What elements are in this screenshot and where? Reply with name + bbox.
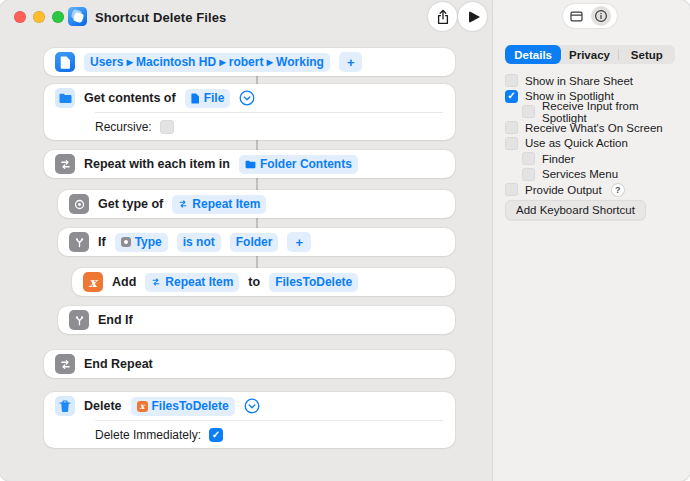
window-title: Shortcut Delete Files <box>95 10 226 25</box>
repeat-icon <box>151 277 161 287</box>
action-get-type[interactable]: Get type of Repeat Item <box>58 190 455 218</box>
if-operator-token[interactable]: is not <box>177 233 221 252</box>
checkbox[interactable] <box>522 168 535 181</box>
flow-connector <box>256 256 258 268</box>
share-icon <box>436 9 450 25</box>
add-keyboard-shortcut-button[interactable]: Add Keyboard Shortcut <box>505 200 646 220</box>
checkbox[interactable] <box>505 121 518 134</box>
tab-details[interactable]: Details <box>505 45 561 64</box>
get-type-icon <box>69 194 89 214</box>
inspector-toggle-group <box>563 4 617 28</box>
delete-immediately-label: Delete Immediately: <box>95 428 201 442</box>
details-options: Show in Share Sheet Show in Spotlight Re… <box>505 73 683 198</box>
action-add-to-variable[interactable]: x Add Repeat Item to FilesToDelete <box>72 268 455 296</box>
variable-name-token[interactable]: FilesToDelete <box>269 273 358 292</box>
shortcuts-window: Shortcut Delete Files Users ▸ Macintosh … <box>0 0 690 481</box>
file-variable-token[interactable]: File <box>185 89 231 108</box>
action-end-if[interactable]: End If <box>58 306 455 334</box>
repeat-item-token[interactable]: Repeat Item <box>145 273 239 292</box>
action-end-repeat[interactable]: End Repeat <box>44 350 455 378</box>
shortcuts-app-icon <box>68 7 87 26</box>
action-repeat[interactable]: Repeat with each item in Folder Contents <box>44 150 455 178</box>
share-button[interactable] <box>428 2 457 31</box>
variable-icon: x <box>83 272 103 292</box>
files-to-delete-token[interactable]: x FilesToDelete <box>131 397 235 416</box>
option-receive-input-from-spotlight: Receive Input from Spotlight <box>505 104 683 120</box>
checkbox[interactable] <box>505 137 518 150</box>
flow-connector <box>256 140 258 150</box>
action-label: Get type of <box>98 197 163 211</box>
branch-icon <box>69 310 89 330</box>
if-comparison-token[interactable]: Folder <box>230 233 279 252</box>
tab-privacy[interactable]: Privacy <box>561 45 617 64</box>
option-use-as-quick-action: Use as Quick Action <box>505 135 683 151</box>
folder-icon <box>245 160 256 169</box>
add-condition-button[interactable]: + <box>287 232 311 252</box>
checkbox[interactable] <box>505 183 518 196</box>
checkbox[interactable] <box>522 105 535 118</box>
document-icon <box>191 93 200 104</box>
option-services-menu: Services Menu <box>505 167 683 183</box>
add-path-component-button[interactable]: + <box>339 52 363 72</box>
checkbox[interactable] <box>505 74 518 87</box>
flow-connector <box>256 218 258 228</box>
repeat-icon <box>55 154 75 174</box>
action-get-contents[interactable]: Get contents of File Recursive: <box>44 84 455 140</box>
branch-icon <box>69 232 89 252</box>
option-label: Use as Quick Action <box>525 137 628 149</box>
option-label: Show in Share Sheet <box>525 75 633 87</box>
delete-immediately-checkbox[interactable] <box>209 428 223 442</box>
info-icon[interactable] <box>591 6 611 26</box>
action-label: Delete <box>84 399 122 413</box>
option-label: Services Menu <box>542 168 618 180</box>
option-receive-whats-on-screen: Receive What's On Screen <box>505 120 683 136</box>
option-label: Finder <box>542 153 575 165</box>
action-label: End Repeat <box>84 357 153 371</box>
help-icon[interactable]: ? <box>611 183 625 197</box>
content-box-icon[interactable] <box>569 9 584 23</box>
action-label: End If <box>98 313 133 327</box>
checkbox[interactable] <box>522 152 535 165</box>
play-icon <box>469 11 480 23</box>
action-label: Repeat with each item in <box>84 157 230 171</box>
action-if[interactable]: If Type is not Folder + <box>58 228 455 256</box>
recursive-label: Recursive: <box>95 120 152 134</box>
editor-canvas: Shortcut Delete Files Users ▸ Macintosh … <box>0 0 492 481</box>
folder-icon <box>55 88 75 108</box>
action-label: Add <box>112 275 136 289</box>
zoom-window-button[interactable] <box>52 11 64 23</box>
action-label: If <box>98 235 106 249</box>
option-show-in-share-sheet: Show in Share Sheet <box>505 73 683 89</box>
option-finder: Finder <box>505 151 683 167</box>
variable-icon: x <box>137 401 148 412</box>
document-icon <box>55 52 75 72</box>
recursive-checkbox[interactable] <box>160 120 174 134</box>
connector-word: to <box>248 275 260 289</box>
repeat-icon <box>178 199 188 209</box>
checkbox[interactable] <box>505 90 518 103</box>
option-label: Provide Output <box>525 184 602 196</box>
close-window-button[interactable] <box>14 11 26 23</box>
chevron-down-icon[interactable] <box>244 398 260 414</box>
flow-connector <box>256 178 258 190</box>
chevron-down-icon[interactable] <box>239 90 255 106</box>
tab-setup[interactable]: Setup <box>619 45 675 64</box>
action-label: Get contents of <box>84 91 176 105</box>
flow-connector <box>256 76 258 84</box>
inspector-tabs: Details Privacy Setup <box>505 45 675 64</box>
type-icon <box>121 237 131 247</box>
repeat-icon <box>55 354 75 374</box>
inspector-panel: Details Privacy Setup Show in Share Shee… <box>492 0 690 481</box>
action-delete-files[interactable]: Delete x FilesToDelete Delete Immediatel… <box>44 392 455 448</box>
if-subject-token[interactable]: Type <box>115 233 168 252</box>
folder-contents-token[interactable]: Folder Contents <box>239 155 358 174</box>
trash-icon <box>55 396 75 416</box>
option-provide-output: Provide Output ? <box>505 182 683 198</box>
repeat-item-token[interactable]: Repeat Item <box>172 195 266 214</box>
action-folder-path[interactable]: Users ▸ Macintosh HD ▸ robert ▸ Working … <box>44 48 455 76</box>
run-shortcut-button[interactable] <box>458 2 487 31</box>
option-label: Receive Input from Spotlight <box>542 100 683 124</box>
option-label: Receive What's On Screen <box>525 122 663 134</box>
file-path-token[interactable]: Users ▸ Macintosh HD ▸ robert ▸ Working <box>84 53 330 72</box>
minimize-window-button[interactable] <box>33 11 45 23</box>
